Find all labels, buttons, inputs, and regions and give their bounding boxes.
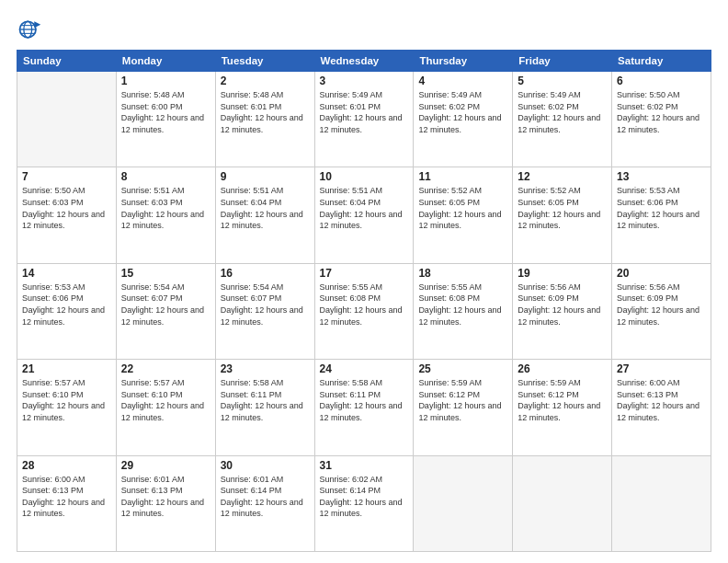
sunset-label: Sunset: 6:06 PM — [617, 198, 678, 207]
calendar-cell: 31Sunrise: 6:02 AMSunset: 6:14 PMDayligh… — [314, 455, 414, 551]
daylight-label: Daylight: 12 hours and 12 minutes. — [22, 210, 105, 231]
sunrise-label: Sunrise: 5:48 AM — [221, 90, 284, 99]
day-info: Sunrise: 6:01 AMSunset: 6:13 PMDaylight:… — [121, 474, 210, 520]
sunset-label: Sunset: 6:13 PM — [121, 486, 183, 495]
sunset-label: Sunset: 6:02 PM — [518, 102, 579, 111]
sunrise-label: Sunrise: 5:55 AM — [320, 282, 383, 292]
sunrise-label: Sunrise: 5:59 AM — [418, 378, 482, 387]
sunrise-label: Sunrise: 6:01 AM — [121, 475, 185, 484]
daylight-label: Daylight: 12 hours and 12 minutes. — [22, 305, 105, 327]
logo-icon — [17, 17, 42, 42]
sunrise-label: Sunrise: 5:57 AM — [121, 378, 185, 387]
sunset-label: Sunset: 6:09 PM — [617, 293, 678, 303]
calendar-cell: 4Sunrise: 5:49 AMSunset: 6:02 PMDaylight… — [414, 72, 513, 167]
calendar-cell: 7Sunrise: 5:50 AMSunset: 6:03 PMDaylight… — [17, 167, 117, 263]
day-info: Sunrise: 5:52 AMSunset: 6:05 PMDaylight:… — [418, 185, 507, 231]
day-number: 31 — [320, 459, 409, 472]
day-number: 22 — [121, 362, 210, 375]
day-number: 21 — [22, 362, 111, 375]
sunset-label: Sunset: 6:01 PM — [221, 102, 282, 111]
calendar-cell — [513, 455, 612, 551]
calendar-cell: 9Sunrise: 5:51 AMSunset: 6:04 PMDaylight… — [215, 167, 314, 263]
daylight-label: Daylight: 12 hours and 12 minutes. — [221, 401, 303, 422]
daylight-label: Daylight: 12 hours and 12 minutes. — [320, 401, 403, 422]
calendar-cell: 1Sunrise: 5:48 AMSunset: 6:00 PMDaylight… — [116, 72, 215, 167]
calendar-header-sunday: Sunday — [17, 51, 117, 72]
sunset-label: Sunset: 6:10 PM — [22, 390, 84, 399]
sunrise-label: Sunrise: 5:51 AM — [221, 186, 284, 195]
day-info: Sunrise: 5:55 AMSunset: 6:08 PMDaylight:… — [418, 282, 507, 327]
calendar-header-friday: Friday — [513, 51, 612, 72]
calendar-cell: 11Sunrise: 5:52 AMSunset: 6:05 PMDayligh… — [414, 167, 513, 263]
sunset-label: Sunset: 6:14 PM — [221, 486, 282, 495]
sunrise-label: Sunrise: 5:50 AM — [617, 90, 680, 99]
day-info: Sunrise: 5:52 AMSunset: 6:05 PMDaylight:… — [518, 185, 607, 231]
page: SundayMondayTuesdayWednesdayThursdayFrid… — [0, 0, 728, 563]
daylight-label: Daylight: 12 hours and 12 minutes. — [22, 401, 105, 422]
week-row-5: 28Sunrise: 6:00 AMSunset: 6:13 PMDayligh… — [17, 455, 711, 551]
calendar-cell: 28Sunrise: 6:00 AMSunset: 6:13 PMDayligh… — [17, 455, 117, 551]
day-number: 11 — [418, 170, 507, 183]
calendar-cell: 20Sunrise: 5:56 AMSunset: 6:09 PMDayligh… — [612, 263, 711, 359]
sunset-label: Sunset: 6:02 PM — [418, 102, 480, 111]
sunset-label: Sunset: 6:07 PM — [221, 293, 282, 303]
daylight-label: Daylight: 12 hours and 12 minutes. — [418, 210, 501, 231]
day-number: 29 — [121, 459, 210, 472]
day-info: Sunrise: 5:54 AMSunset: 6:07 PMDaylight:… — [121, 282, 210, 327]
sunrise-label: Sunrise: 5:55 AM — [418, 282, 482, 292]
day-number: 8 — [121, 170, 210, 183]
logo — [17, 17, 46, 42]
day-info: Sunrise: 5:59 AMSunset: 6:12 PMDaylight:… — [518, 377, 607, 423]
sunrise-label: Sunrise: 5:48 AM — [121, 90, 185, 99]
sunset-label: Sunset: 6:03 PM — [22, 198, 84, 207]
calendar-cell: 19Sunrise: 5:56 AMSunset: 6:09 PMDayligh… — [513, 263, 612, 359]
day-number: 19 — [518, 267, 607, 280]
calendar-cell: 30Sunrise: 6:01 AMSunset: 6:14 PMDayligh… — [215, 455, 314, 551]
day-info: Sunrise: 5:51 AMSunset: 6:04 PMDaylight:… — [221, 185, 310, 231]
sunset-label: Sunset: 6:12 PM — [518, 390, 579, 399]
day-info: Sunrise: 5:54 AMSunset: 6:07 PMDaylight:… — [221, 282, 310, 327]
day-number: 17 — [320, 267, 409, 280]
daylight-label: Daylight: 12 hours and 12 minutes. — [121, 305, 204, 327]
day-info: Sunrise: 5:53 AMSunset: 6:06 PMDaylight:… — [22, 282, 111, 327]
header — [17, 17, 711, 42]
sunset-label: Sunset: 6:08 PM — [320, 293, 381, 303]
day-number: 26 — [518, 362, 607, 375]
daylight-label: Daylight: 12 hours and 12 minutes. — [418, 305, 501, 327]
sunrise-label: Sunrise: 5:53 AM — [617, 186, 680, 195]
day-number: 6 — [617, 75, 706, 87]
day-number: 18 — [418, 267, 507, 280]
calendar-cell: 27Sunrise: 6:00 AMSunset: 6:13 PMDayligh… — [612, 360, 711, 455]
daylight-label: Daylight: 12 hours and 12 minutes. — [221, 113, 303, 134]
sunset-label: Sunset: 6:05 PM — [518, 198, 579, 207]
calendar-cell — [612, 455, 711, 551]
calendar-header-monday: Monday — [116, 51, 215, 72]
daylight-label: Daylight: 12 hours and 12 minutes. — [518, 305, 600, 327]
sunset-label: Sunset: 6:07 PM — [121, 293, 183, 303]
daylight-label: Daylight: 12 hours and 12 minutes. — [617, 305, 700, 327]
daylight-label: Daylight: 12 hours and 12 minutes. — [221, 498, 303, 519]
day-number: 15 — [121, 267, 210, 280]
daylight-label: Daylight: 12 hours and 12 minutes. — [617, 401, 700, 422]
day-info: Sunrise: 6:01 AMSunset: 6:14 PMDaylight:… — [221, 474, 310, 520]
day-info: Sunrise: 5:57 AMSunset: 6:10 PMDaylight:… — [22, 377, 111, 423]
day-info: Sunrise: 5:48 AMSunset: 6:00 PMDaylight:… — [121, 89, 210, 135]
day-info: Sunrise: 5:55 AMSunset: 6:08 PMDaylight:… — [320, 282, 409, 327]
sunset-label: Sunset: 6:11 PM — [221, 390, 282, 399]
sunrise-label: Sunrise: 6:00 AM — [22, 475, 85, 484]
day-number: 2 — [221, 75, 310, 87]
day-number: 14 — [22, 267, 111, 280]
calendar-cell: 2Sunrise: 5:48 AMSunset: 6:01 PMDaylight… — [215, 72, 314, 167]
day-info: Sunrise: 5:58 AMSunset: 6:11 PMDaylight:… — [320, 377, 409, 423]
day-number: 30 — [221, 459, 310, 472]
day-info: Sunrise: 5:49 AMSunset: 6:02 PMDaylight:… — [418, 89, 507, 135]
calendar-cell: 6Sunrise: 5:50 AMSunset: 6:02 PMDaylight… — [612, 72, 711, 167]
day-number: 23 — [221, 362, 310, 375]
sunrise-label: Sunrise: 5:56 AM — [617, 282, 680, 292]
daylight-label: Daylight: 12 hours and 12 minutes. — [320, 498, 403, 519]
calendar-cell: 8Sunrise: 5:51 AMSunset: 6:03 PMDaylight… — [116, 167, 215, 263]
sunset-label: Sunset: 6:06 PM — [22, 293, 84, 303]
sunrise-label: Sunrise: 5:54 AM — [121, 282, 185, 292]
day-info: Sunrise: 5:50 AMSunset: 6:03 PMDaylight:… — [22, 185, 111, 231]
calendar-cell: 13Sunrise: 5:53 AMSunset: 6:06 PMDayligh… — [612, 167, 711, 263]
